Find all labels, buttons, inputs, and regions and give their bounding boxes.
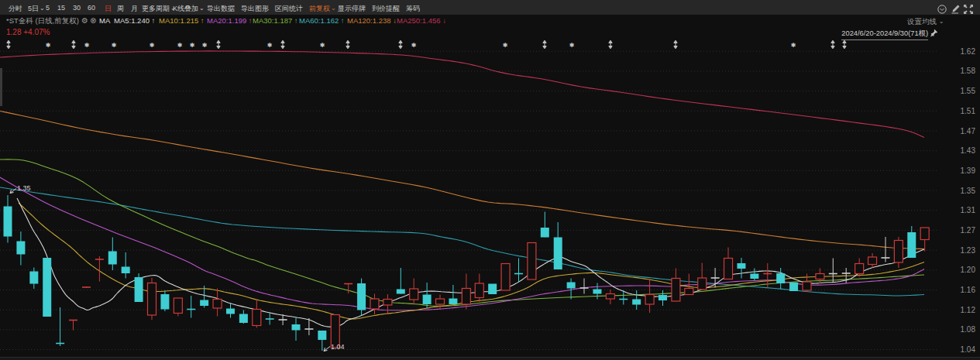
svg-text:1.08: 1.08 [961,325,976,334]
svg-text:1.39: 1.39 [961,166,976,175]
svg-text:✱: ✱ [569,42,575,49]
svg-text:✱: ✱ [84,42,90,49]
svg-text:1.04: 1.04 [331,343,345,351]
svg-text:1.35: 1.35 [17,184,31,192]
svg-text:1.27: 1.27 [961,226,976,235]
svg-text:✱: ✱ [267,42,273,49]
svg-text:✱: ✱ [503,42,508,49]
svg-text:1.43: 1.43 [961,146,976,155]
svg-text:1.23: 1.23 [961,246,976,255]
svg-text:✱: ✱ [411,42,417,49]
svg-text:1.47: 1.47 [961,127,976,135]
svg-text:1.58: 1.58 [961,67,976,75]
svg-text:✱: ✱ [320,42,325,49]
svg-text:1.16: 1.16 [961,286,976,294]
svg-text:1.04: 1.04 [961,345,976,354]
svg-text:✱: ✱ [177,42,183,49]
svg-text:✱: ✱ [150,42,155,49]
svg-text:1.12: 1.12 [961,306,976,314]
svg-text:1.62: 1.62 [961,47,976,56]
svg-text:✱: ✱ [190,42,195,49]
svg-text:1.20: 1.20 [961,266,976,274]
svg-text:✱: ✱ [202,42,208,49]
svg-text:✱: ✱ [791,42,796,49]
svg-text:1.35: 1.35 [961,187,976,195]
svg-text:✱: ✱ [46,42,51,49]
svg-text:1.55: 1.55 [961,87,976,95]
svg-text:1.51: 1.51 [961,107,976,115]
svg-text:1.31: 1.31 [961,206,976,214]
svg-text:✱: ✱ [112,42,117,49]
